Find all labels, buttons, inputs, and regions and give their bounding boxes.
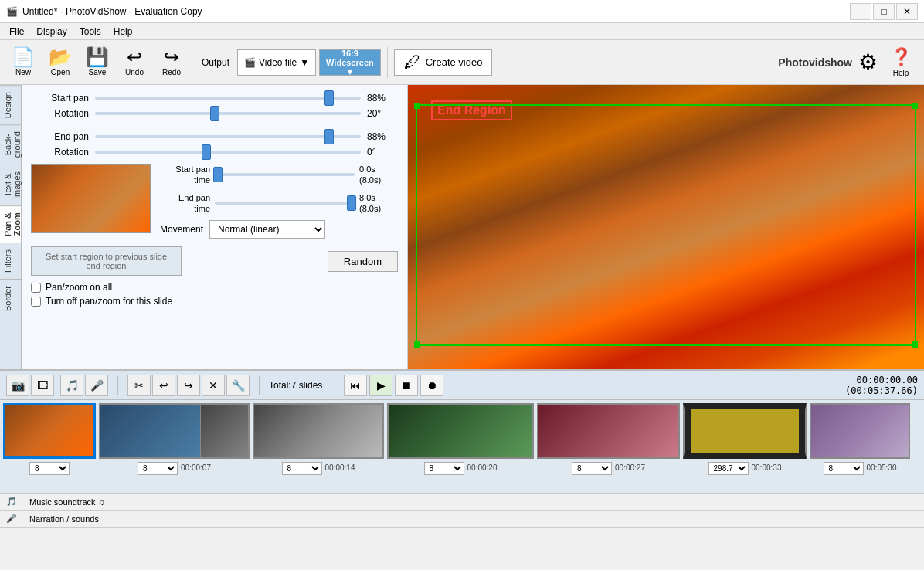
total-slides: Total:7 slides: [269, 380, 322, 391]
slide-thumb-container-5[interactable]: [537, 403, 680, 459]
play-button[interactable]: ▶: [369, 375, 392, 396]
tab-pan-zoom[interactable]: Pan &Zoom: [0, 205, 21, 243]
tab-background[interactable]: Back-ground: [0, 124, 21, 164]
tab-design[interactable]: Design: [0, 85, 21, 124]
slide-time-2: 00:00:07: [181, 463, 211, 472]
record-button[interactable]: ⏺: [420, 375, 443, 396]
pan-zoom-on-all-checkbox[interactable]: [31, 283, 41, 293]
add-narration-button[interactable]: 🎤: [85, 375, 108, 396]
delete-pb-button[interactable]: ✕: [202, 375, 225, 396]
start-pan-time-thumb[interactable]: [213, 167, 223, 182]
open-button[interactable]: 📂 Open: [43, 43, 77, 82]
tab-border[interactable]: Border: [0, 279, 21, 317]
pb-icon-group-music: 🎵 🎤: [60, 375, 108, 396]
pb-separator-1: [117, 376, 118, 395]
random-button[interactable]: Random: [328, 251, 398, 272]
save-button[interactable]: 💾 Save: [80, 43, 114, 82]
slide-thumb-img-2: [99, 403, 250, 459]
aspect-dropdown-icon: ▼: [345, 67, 354, 76]
start-pan-time-label: Start pantime: [160, 164, 210, 186]
aspect-ratio-button[interactable]: 16:9 Widescreen ▼: [319, 49, 381, 76]
logo-label: Photovidshow: [778, 56, 852, 69]
slide-time-5: 00:00:27: [615, 463, 645, 472]
stop-button[interactable]: ⏹: [395, 375, 418, 396]
pan-zoom-on-all-row: Pan/zoom on all: [31, 282, 398, 293]
end-pan-time-thumb[interactable]: [347, 195, 356, 211]
maximize-button[interactable]: □: [873, 3, 895, 20]
end-pan-time-label: End pantime: [160, 192, 210, 215]
slide-duration-select-3[interactable]: 8: [282, 462, 322, 475]
slide-thumb-container-7[interactable]: [810, 403, 910, 459]
menu-bar: File Display Tools Help: [0, 23, 924, 40]
horizontal-scrollbar[interactable]: [0, 527, 924, 539]
narration-icon: 🎤: [6, 514, 17, 524]
slide-thumb-container-6[interactable]: [683, 403, 807, 459]
tab-filters[interactable]: Filters: [0, 243, 21, 279]
end-rotation-track[interactable]: [95, 151, 361, 154]
start-pan-track[interactable]: [95, 97, 361, 100]
settings-pb-button[interactable]: 🔧: [226, 375, 250, 396]
preview-image: [408, 85, 924, 369]
slide-duration-select-7[interactable]: 8: [824, 462, 864, 475]
slide-thumb-img-5: [537, 403, 680, 459]
undo-label: Undo: [125, 68, 144, 76]
menu-file[interactable]: File: [3, 25, 30, 39]
end-pan-track[interactable]: [95, 135, 361, 138]
slide-thumb-container-1[interactable]: [3, 403, 96, 459]
slide-duration-select-5[interactable]: 8: [572, 462, 612, 475]
start-pan-time-row: Start pantime 0.0s(8.0s): [160, 164, 398, 186]
slide-duration-select-2[interactable]: 8: [138, 462, 178, 475]
add-video-button[interactable]: 🎞: [31, 375, 54, 396]
menu-help[interactable]: Help: [107, 25, 139, 39]
time-sliders: Start pantime 0.0s(8.0s) End pantime 8.0…: [160, 164, 398, 239]
rewind-button[interactable]: ⏮: [344, 375, 367, 396]
start-rotation-track[interactable]: [95, 112, 361, 115]
create-video-button[interactable]: 🖊 Create video: [394, 49, 493, 76]
add-photo-button[interactable]: 📷: [6, 375, 29, 396]
help-label: Help: [893, 69, 909, 77]
help-button[interactable]: ❓ Help: [884, 43, 918, 82]
start-pan-time-track[interactable]: [215, 173, 355, 176]
toolbar-separator-2: [387, 47, 388, 78]
new-button[interactable]: 📄 New: [6, 43, 40, 82]
end-pan-thumb[interactable]: [324, 129, 334, 144]
slide-duration-select-1[interactable]: 8: [29, 462, 70, 475]
slide-controls-2: 8: [138, 462, 178, 475]
video-file-button[interactable]: 🎬 Video file ▼: [237, 49, 316, 76]
music-status-bar: 🎵 Music soundtrack ♫: [0, 493, 924, 510]
start-pan-thumb[interactable]: [324, 90, 334, 106]
close-button[interactable]: ✕: [896, 3, 918, 20]
turn-off-pan-zoom-checkbox[interactable]: [31, 297, 41, 307]
start-pan-label: Start pan: [31, 93, 89, 103]
start-rotation-thumb[interactable]: [210, 106, 219, 121]
playback-bar: 📷 🎞 🎵 🎤 ✂ ↩ ↪ ✕ 🔧 Total:7 slides ⏮ ▶ ⏹ ⏺…: [0, 371, 924, 400]
slide-thumb-container-3[interactable]: [253, 403, 384, 459]
redo-pb-button[interactable]: ↪: [177, 375, 200, 396]
menu-tools[interactable]: Tools: [73, 25, 107, 39]
slide-controls-5: 8: [572, 462, 612, 475]
end-pan-time-track[interactable]: [215, 202, 355, 205]
minimize-button[interactable]: ─: [850, 3, 871, 20]
slide-thumb-container-4[interactable]: [387, 403, 534, 459]
save-icon: 💾: [86, 48, 109, 66]
menu-display[interactable]: Display: [30, 25, 73, 39]
redo-button[interactable]: ↪ Redo: [155, 43, 189, 82]
preview-area: End Region: [408, 85, 924, 369]
end-pan-time-value: 8.0s(8.0s): [359, 192, 398, 215]
add-music-button[interactable]: 🎵: [60, 375, 83, 396]
undo-button[interactable]: ↩ Undo: [117, 43, 151, 82]
tab-text-images[interactable]: Text &Images: [0, 165, 21, 205]
start-pan-row: Start pan 88%: [31, 93, 398, 103]
undo-pb-button[interactable]: ↩: [152, 375, 175, 396]
slide-duration-select-6[interactable]: 298.7: [708, 462, 749, 475]
pb-icon-group-edit: ✂ ↩ ↪ ✕ 🔧: [127, 375, 250, 396]
end-rotation-thumb[interactable]: [202, 144, 211, 160]
aspect-ratio-line1: 16:9: [341, 49, 358, 58]
title-bar-controls: ─ □ ✕: [850, 3, 918, 20]
cut-button[interactable]: ✂: [127, 375, 151, 396]
thumb-section: Start pantime 0.0s(8.0s) End pantime 8.0…: [31, 164, 398, 239]
slide-thumb-container-2[interactable]: [99, 403, 250, 459]
slide-duration-select-4[interactable]: 8: [424, 462, 464, 475]
set-region-button[interactable]: Set start region to previous slide end r…: [31, 246, 182, 276]
movement-select[interactable]: Normal (linear) Ease in Ease out Ease in…: [209, 220, 325, 239]
